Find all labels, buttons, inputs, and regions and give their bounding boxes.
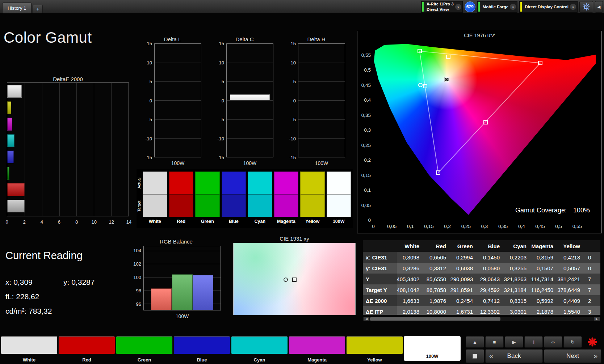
column-header: Cyan bbox=[504, 240, 531, 252]
meter-line2: Direct View bbox=[427, 7, 454, 12]
gridline bbox=[227, 63, 273, 63]
meter-xrite-i1pro3[interactable]: X-Rite i1Pro 3Direct View▾ bbox=[421, 1, 463, 13]
patch-label: Magenta bbox=[307, 357, 327, 363]
axis-tick-label: 0 bbox=[150, 98, 152, 103]
meter-label: Mobile Forge bbox=[483, 4, 509, 10]
axis-tick-label: -15 bbox=[217, 155, 224, 160]
axis-tick-label: 0,5 bbox=[555, 224, 562, 229]
patch-button-yellow[interactable]: Yellow bbox=[346, 336, 403, 363]
meter-mobile-forge[interactable]: Mobile Forge▾ bbox=[477, 1, 518, 13]
add-tab-button[interactable]: + bbox=[33, 5, 43, 13]
gridline bbox=[59, 83, 60, 216]
axis-tick-label: 10 bbox=[147, 60, 152, 65]
table-body: x: CIE310,30980,65050,29940,14500,22030,… bbox=[363, 252, 600, 315]
patch-button-blue[interactable]: Blue bbox=[173, 336, 230, 363]
cie1931-chart: CIE 1931 xy bbox=[232, 236, 357, 316]
axis-tick-label: -10 bbox=[145, 136, 152, 141]
chevron-down-icon[interactable]: ▾ bbox=[510, 4, 516, 10]
table-row: Y405,340285,6550290,009329,0643321,82631… bbox=[363, 274, 600, 284]
chevron-down-icon[interactable]: ▾ bbox=[455, 4, 461, 10]
page-title: Color Gamut bbox=[4, 29, 92, 46]
pause-button[interactable]: ‖ bbox=[524, 336, 543, 348]
patch-label: Red bbox=[82, 357, 91, 363]
axis-tick-label: 6 bbox=[58, 219, 60, 225]
y-value: 0,3287 bbox=[71, 278, 95, 286]
patch-swatch bbox=[346, 336, 403, 354]
axis-tick-label: -10 bbox=[217, 136, 224, 141]
axis-tick-label: 15 bbox=[291, 41, 296, 46]
table-cell: 2 bbox=[584, 295, 600, 306]
patch-button-green[interactable]: Green bbox=[116, 336, 173, 363]
rgb-balance-chart: RGB Balance 1041021009896 100W bbox=[130, 238, 222, 321]
scroll-thumb[interactable] bbox=[370, 317, 500, 321]
axis-tick-label: 14 bbox=[126, 219, 131, 225]
table-cell: 3 bbox=[584, 306, 600, 315]
meter-direct-display-control[interactable]: Direct Display Control▾ bbox=[519, 1, 578, 13]
gridline bbox=[298, 101, 345, 101]
x-axis-label: 100W bbox=[143, 313, 221, 319]
actual-target-strip: Actual Target WhiteRedGreenBlueCyanMagen… bbox=[137, 169, 353, 228]
table-cell: 0,5057 bbox=[558, 263, 584, 274]
deltae-2000-chart: DeltaE 2000 02468101214 bbox=[6, 76, 130, 228]
table-h-scrollbar[interactable]: ◀ ▶ bbox=[363, 316, 600, 321]
table-cell: 0,4213 bbox=[558, 252, 584, 263]
scroll-left-icon: ◀ bbox=[365, 317, 368, 321]
table-cell: 86,7858 bbox=[424, 284, 450, 295]
back-button[interactable]: « Back bbox=[485, 349, 543, 363]
table-cell: 0,0580 bbox=[477, 263, 504, 274]
deltae-bar-magenta bbox=[7, 118, 12, 130]
swatch-columns: WhiteRedGreenBlueCyanMagentaYellow100W bbox=[143, 172, 351, 227]
rgb-bar-green bbox=[172, 274, 193, 310]
continuous-button[interactable]: ∞ bbox=[544, 336, 562, 348]
actual-swatch bbox=[222, 172, 246, 194]
rgb-bar-blue bbox=[193, 275, 213, 310]
table-cell: 0,2203 bbox=[504, 252, 531, 263]
refresh-button[interactable]: ↻ bbox=[563, 336, 582, 348]
table-cell: 0,6505 bbox=[424, 252, 450, 263]
gamut-marker-cyan-secondary bbox=[423, 84, 427, 88]
swatch-column-100w: 100W bbox=[327, 172, 351, 227]
axis-tick-label: -5 bbox=[220, 117, 224, 122]
table-row: ΔE 20001,66331,98760,24540,74120,83150,5… bbox=[363, 295, 600, 306]
gridline bbox=[155, 81, 201, 82]
patch-button-magenta[interactable]: Magenta bbox=[289, 336, 345, 363]
stop-button[interactable]: ■ bbox=[485, 336, 504, 348]
axis-tick-label: 0,2 bbox=[364, 157, 371, 163]
target-swatch bbox=[248, 194, 272, 217]
row-label: Target Y bbox=[363, 284, 397, 295]
back-label: Back bbox=[507, 352, 521, 360]
scroll-right-button[interactable]: ▶ bbox=[594, 317, 600, 321]
gridline bbox=[298, 119, 345, 120]
table-cell: 7 bbox=[584, 284, 600, 295]
axis-tick-label: 102 bbox=[133, 261, 141, 266]
stop-button-large[interactable] bbox=[466, 349, 484, 363]
patch-button-100w[interactable]: 100W bbox=[404, 336, 461, 361]
actual-swatch bbox=[169, 172, 194, 194]
fl-label: fL: bbox=[5, 292, 14, 301]
table-cell: 0,3286 bbox=[397, 263, 424, 274]
tab-history-1[interactable]: History 1 bbox=[2, 3, 32, 13]
alert-asterisk-button[interactable] bbox=[583, 336, 601, 348]
meter-label: X-Rite i1Pro 3Direct View bbox=[427, 1, 454, 12]
column-header: Blue bbox=[477, 240, 504, 252]
meter-label: Direct Display Control bbox=[525, 4, 569, 10]
collapse-up-button[interactable]: ▲ bbox=[466, 336, 484, 348]
play-button[interactable]: ▶ bbox=[505, 336, 523, 348]
table-cell: 0,1507 bbox=[531, 263, 558, 274]
patch-button-red[interactable]: Red bbox=[58, 336, 115, 363]
patch-button-white[interactable]: White bbox=[1, 336, 58, 363]
settings-button[interactable] bbox=[579, 1, 593, 13]
cie1976-panel: CIE 1976 u'v' 00,050,10,150,20,250,30,35… bbox=[357, 31, 602, 233]
table-cell: 7 bbox=[584, 274, 600, 284]
table-cell: 321,8263 bbox=[504, 274, 531, 284]
target-swatch bbox=[169, 194, 194, 217]
patch-button-cyan[interactable]: Cyan bbox=[231, 336, 288, 363]
collapse-panel-button[interactable]: ◀ bbox=[595, 1, 603, 13]
next-button[interactable]: Next » bbox=[544, 349, 601, 363]
axis-tick-label: 5 bbox=[222, 79, 224, 84]
scroll-left-button[interactable]: ◀ bbox=[364, 317, 369, 321]
gridline bbox=[298, 138, 345, 139]
table-row: ΔE ITP2,013810,80001,673112,33023,03012,… bbox=[363, 306, 600, 315]
chevron-down-icon[interactable]: ▾ bbox=[570, 4, 576, 10]
axis-tick-label: 0 bbox=[372, 224, 375, 229]
